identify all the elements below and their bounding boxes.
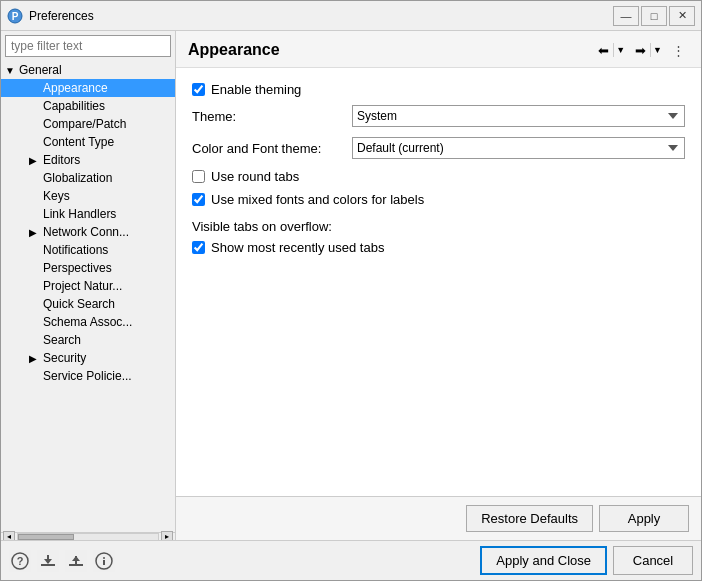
show-recent-tabs-checkbox[interactable]: [192, 241, 205, 254]
forward-button[interactable]: ➡ ▼: [630, 40, 665, 61]
sidebar-scrollbar[interactable]: ◂ ▸: [1, 532, 175, 540]
tree-item-link-handlers[interactable]: Link Handlers: [1, 205, 175, 223]
tree-item-network[interactable]: ▶ Network Conn...: [1, 223, 175, 241]
chevron-right-icon: ▶: [29, 155, 43, 166]
tree-item-capabilities[interactable]: Capabilities: [1, 97, 175, 115]
tree-label-service-polic: Service Policie...: [43, 369, 171, 383]
mixed-fonts-row: Use mixed fonts and colors for labels: [192, 192, 685, 207]
tree-item-perspectives[interactable]: Perspectives: [1, 259, 175, 277]
close-button[interactable]: ✕: [669, 6, 695, 26]
round-tabs-checkbox[interactable]: [192, 170, 205, 183]
forward-icon: ➡: [631, 41, 650, 60]
tree-item-keys[interactable]: Keys: [1, 187, 175, 205]
tree-item-general[interactable]: ▼ General: [1, 61, 175, 79]
tree-label-quick-search: Quick Search: [43, 297, 171, 311]
round-tabs-row: Use round tabs: [192, 169, 685, 184]
enable-theming-row: Enable theming: [192, 82, 685, 97]
color-font-label: Color and Font theme:: [192, 141, 352, 156]
tree-label-capabilities: Capabilities: [43, 99, 171, 113]
bottom-bar: ?: [1, 540, 701, 580]
forward-dropdown-icon: ▼: [650, 43, 664, 57]
enable-theming-label[interactable]: Enable theming: [211, 82, 301, 97]
tree-label-editors: Editors: [43, 153, 171, 167]
cancel-button[interactable]: Cancel: [613, 546, 693, 575]
main-header: Appearance ⬅ ▼ ➡ ▼ ⋮: [176, 31, 701, 68]
main-footer: Restore Defaults Apply: [176, 496, 701, 540]
tree-container: ▼ General Appearance Capabilities Compar…: [1, 61, 175, 532]
title-bar: P Preferences — □ ✕: [1, 1, 701, 31]
color-font-select[interactable]: Default (current) Classic Dark: [352, 137, 685, 159]
mixed-fonts-checkbox[interactable]: [192, 193, 205, 206]
tree-item-editors[interactable]: ▶ Editors: [1, 151, 175, 169]
tree-label-search: Search: [43, 333, 171, 347]
app-icon: P: [7, 8, 23, 24]
tree-label-general: General: [19, 63, 171, 77]
preferences-window: P Preferences — □ ✕ ▼ General Appear: [0, 0, 702, 581]
tree-item-project-natur[interactable]: Project Natur...: [1, 277, 175, 295]
back-icon: ⬅: [594, 41, 613, 60]
tree-item-notifications[interactable]: Notifications: [1, 241, 175, 259]
tree-label-notifications: Notifications: [43, 243, 171, 257]
svg-point-11: [103, 557, 105, 559]
svg-marker-9: [72, 556, 80, 561]
tree-item-globalization[interactable]: Globalization: [1, 169, 175, 187]
restore-defaults-button[interactable]: Restore Defaults: [466, 505, 593, 532]
tree-label-perspectives: Perspectives: [43, 261, 171, 275]
theme-select[interactable]: System Dark Light Classic: [352, 105, 685, 127]
back-dropdown-icon: ▼: [613, 43, 627, 57]
content-area: ▼ General Appearance Capabilities Compar…: [1, 31, 701, 540]
apply-button[interactable]: Apply: [599, 505, 689, 532]
apply-close-button[interactable]: Apply and Close: [480, 546, 607, 575]
tree-label-compare: Compare/Patch: [43, 117, 171, 131]
panel-title: Appearance: [188, 41, 593, 59]
enable-theming-checkbox[interactable]: [192, 83, 205, 96]
window-title: Preferences: [29, 9, 613, 23]
export-button[interactable]: [65, 550, 87, 572]
main-content: Enable theming Theme: System Dark Light …: [176, 68, 701, 496]
maximize-button[interactable]: □: [641, 6, 667, 26]
tree-label-content-type: Content Type: [43, 135, 171, 149]
tree-item-content-type[interactable]: Content Type: [1, 133, 175, 151]
bottom-right: Apply and Close Cancel: [480, 546, 693, 575]
window-controls: — □ ✕: [613, 6, 695, 26]
help-icon: ?: [11, 552, 29, 570]
bottom-icons: ?: [9, 550, 115, 572]
scroll-left-button[interactable]: ◂: [3, 531, 15, 541]
tree-item-security[interactable]: ▶ Security: [1, 349, 175, 367]
scroll-right-button[interactable]: ▸: [161, 531, 173, 541]
filter-input[interactable]: [5, 35, 171, 57]
tree-label-globalization: Globalization: [43, 171, 171, 185]
visible-tabs-label: Visible tabs on overflow:: [192, 219, 685, 234]
info-icon: [95, 552, 113, 570]
tree-item-quick-search[interactable]: Quick Search: [1, 295, 175, 313]
back-button[interactable]: ⬅ ▼: [593, 40, 628, 61]
tree-item-appearance[interactable]: Appearance: [1, 79, 175, 97]
more-menu-button[interactable]: ⋮: [667, 39, 689, 61]
chevron-right-icon: ▶: [29, 227, 43, 238]
tree-item-compare[interactable]: Compare/Patch: [1, 115, 175, 133]
import-button[interactable]: [37, 550, 59, 572]
import-icon: [39, 552, 57, 570]
mixed-fonts-label[interactable]: Use mixed fonts and colors for labels: [211, 192, 424, 207]
tree-label-schema-assoc: Schema Assoc...: [43, 315, 171, 329]
round-tabs-label[interactable]: Use round tabs: [211, 169, 299, 184]
tree-item-service-polic[interactable]: Service Policie...: [1, 367, 175, 385]
chevron-right-icon: ▶: [29, 353, 43, 364]
info-button[interactable]: [93, 550, 115, 572]
export-icon: [67, 552, 85, 570]
theme-label: Theme:: [192, 109, 352, 124]
tree-item-search[interactable]: Search: [1, 331, 175, 349]
help-button[interactable]: ?: [9, 550, 31, 572]
toolbar-icons: ⬅ ▼ ➡ ▼ ⋮: [593, 39, 689, 61]
main-panel: Appearance ⬅ ▼ ➡ ▼ ⋮ Enabl: [176, 31, 701, 540]
svg-rect-7: [69, 564, 83, 566]
show-recent-tabs-row: Show most recently used tabs: [192, 240, 685, 255]
scroll-track[interactable]: [17, 533, 159, 541]
chevron-down-icon: ▼: [5, 65, 19, 76]
show-recent-tabs-label[interactable]: Show most recently used tabs: [211, 240, 384, 255]
minimize-button[interactable]: —: [613, 6, 639, 26]
tree-label-network: Network Conn...: [43, 225, 171, 239]
tree-item-schema-assoc[interactable]: Schema Assoc...: [1, 313, 175, 331]
svg-text:?: ?: [17, 555, 24, 567]
tree-label-appearance: Appearance: [43, 81, 171, 95]
